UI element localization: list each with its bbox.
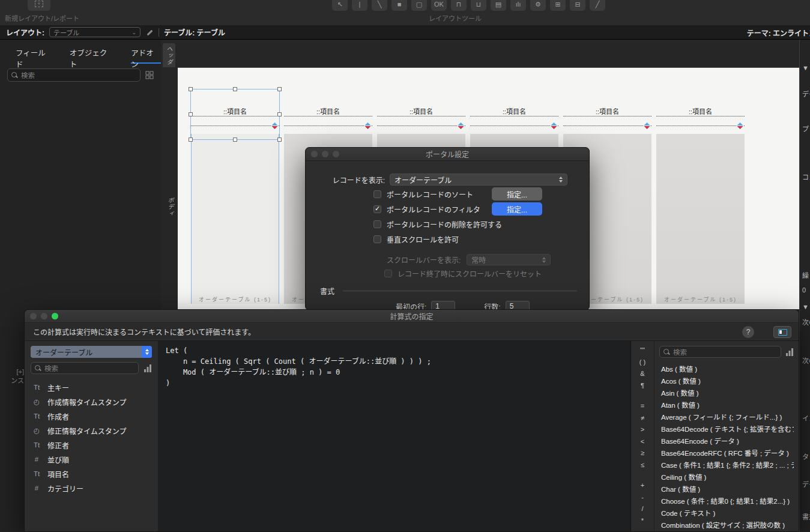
grid-view-icon[interactable] [145, 71, 154, 79]
checkbox[interactable] [373, 220, 381, 228]
formula-editor[interactable]: Let ( n = Ceiling ( Sqrt ( Count ( オーダーテ… [159, 341, 631, 531]
selection-handle[interactable] [233, 87, 237, 91]
portal-field-label[interactable]: ::項目名 [470, 106, 558, 116]
operator-button[interactable]: ¶ [631, 380, 654, 392]
sort-bars-icon[interactable] [144, 364, 152, 372]
layout-tool-icon[interactable]: ▢ [411, 0, 427, 11]
function-list-item[interactable]: Atan ( 数値 ) [659, 399, 794, 411]
operator-button[interactable]: > [631, 424, 654, 436]
function-list-item[interactable]: Case ( 条件1 ; 結果1 {; 条件2 ; 結果2 ; ... ; デ… [659, 459, 794, 471]
operator-button[interactable]: - [631, 492, 654, 504]
sort-indicator-icon[interactable] [364, 122, 371, 129]
portal-body[interactable]: オーダーテーブル (1-5) [191, 134, 279, 304]
layout-tool-icon[interactable]: ılı [510, 0, 526, 11]
minimize-button[interactable] [322, 151, 328, 157]
function-list-item[interactable]: Ceiling ( 数値 ) [659, 471, 794, 483]
selection-handle[interactable] [277, 87, 282, 91]
scrollbar-show-popup[interactable]: 常時 [467, 254, 551, 265]
layout-tool-icon[interactable]: ╲ [372, 0, 387, 11]
layout-tool-icon[interactable]: | [352, 0, 367, 11]
portal-field-label[interactable]: ::項目名 [377, 106, 465, 116]
specify-button[interactable]: 指定... [492, 187, 542, 201]
layout-tool-icon[interactable]: OK [431, 0, 447, 11]
selection-handle[interactable] [277, 112, 282, 116]
function-list-item[interactable]: Acos ( 数値 ) [659, 375, 794, 387]
layout-tool-icon[interactable]: ⊟ [570, 0, 585, 11]
operator-button[interactable]: < [631, 436, 654, 448]
checkbox[interactable] [373, 190, 381, 198]
operator-button[interactable]: + [631, 480, 654, 492]
portal-body[interactable]: オーダーテーブル (1-5) [656, 134, 745, 304]
layout-tool-icon[interactable]: ╱ [590, 0, 605, 11]
portal-column[interactable]: ::項目名 オーダーテーブル (1-5) [191, 89, 279, 304]
layout-tool-icon[interactable]: ▤ [491, 0, 506, 11]
selection-handle[interactable] [189, 112, 193, 116]
header-part-tab[interactable]: ヘッダ [163, 43, 175, 67]
operator-button[interactable]: ( ) [631, 357, 654, 369]
layout-tool-icon[interactable]: ■ [391, 0, 407, 11]
field-list-item[interactable]: # カテゴリー [31, 481, 152, 495]
checkbox[interactable] [373, 205, 381, 213]
function-list-item[interactable]: Abs ( 数値 ) [659, 363, 794, 375]
calc-dialog-titlebar[interactable]: 計算式の指定 [25, 310, 799, 323]
function-list-item[interactable]: Combination ( 設定サイズ ; 選択肢の数 ) [659, 519, 794, 531]
checkbox[interactable] [384, 270, 392, 277]
minimize-button[interactable] [41, 313, 47, 319]
zoom-button[interactable] [333, 151, 339, 157]
field-list-item[interactable]: ◴ 作成情報タイムスタンプ [31, 394, 152, 409]
function-list-item[interactable]: Asin ( 数値 ) [659, 387, 794, 399]
left-panel-tab[interactable]: アドオン [131, 47, 161, 64]
sort-bars-icon[interactable] [785, 348, 794, 356]
left-panel-tab[interactable]: オブジェクト [70, 47, 115, 64]
field-list-item[interactable]: Tt 項目名 [31, 467, 152, 481]
field-list-item[interactable]: Tt 主キー [31, 380, 152, 394]
function-list-item[interactable]: Average ( フィールド {; フィールド...} ) [659, 411, 794, 423]
selection-handle[interactable] [189, 87, 193, 91]
function-list-item[interactable]: Base64Decode ( テキスト {; 拡張子を含むフ… [659, 423, 794, 435]
layout-tool-icon[interactable]: ⊔ [471, 0, 486, 11]
field-list-item[interactable]: ◴ 修正情報タイムスタンプ [31, 423, 152, 438]
function-list-item[interactable]: Base64Encode ( データ ) [659, 435, 794, 447]
zoom-button[interactable] [52, 313, 58, 319]
function-list-item[interactable]: Code ( テキスト ) [659, 507, 794, 519]
sort-indicator-icon[interactable] [737, 122, 743, 129]
operator-button[interactable]: / [631, 503, 654, 515]
operator-button[interactable]: ≠ [631, 413, 654, 425]
function-list-item[interactable]: Base64EncodeRFC ( RFC 番号 ; データ ) [659, 447, 794, 459]
show-records-popup[interactable]: オーダーテーブル [390, 174, 567, 186]
function-list-item[interactable]: Char ( 数値 ) [659, 483, 794, 495]
layout-tool-icon[interactable]: ⊞ [550, 0, 566, 11]
layout-tool-icon[interactable]: ↖ [332, 0, 348, 11]
selection-frame[interactable] [190, 89, 280, 140]
operator-button[interactable]: "" [631, 345, 654, 357]
operator-button[interactable]: & [631, 368, 654, 380]
function-list-item[interactable]: Choose ( 条件 ; 結果0 {; 結果1 ; 結果2...} ) [659, 495, 794, 507]
panel-toggle-button[interactable] [773, 326, 791, 338]
table-selector[interactable]: オーダーテーブル [31, 346, 152, 358]
sort-indicator-icon[interactable] [458, 122, 464, 129]
field-list-item[interactable]: Tt 修正者 [31, 438, 152, 452]
operator-button[interactable]: = [631, 401, 654, 413]
function-search-input[interactable]: 検索 [659, 346, 781, 358]
portal-field-label[interactable]: ::項目名 [656, 106, 745, 116]
selection-handle[interactable] [233, 138, 237, 142]
portal-field-label[interactable]: ::項目名 [563, 106, 651, 116]
selection-handle[interactable] [189, 138, 193, 142]
portal-column[interactable]: ::項目名 オーダーテーブル (1-5) [656, 89, 745, 304]
field-search-input[interactable]: 検索 [31, 362, 139, 374]
formula-text[interactable]: Let ( n = Ceiling ( Sqrt ( Count ( オーダーテ… [159, 341, 630, 393]
close-button[interactable] [311, 151, 318, 157]
operator-button[interactable]: * [631, 515, 654, 527]
selection-handle[interactable] [277, 138, 282, 142]
checkbox[interactable] [373, 235, 381, 243]
field-list-item[interactable]: # 並び順 [31, 452, 152, 467]
help-button[interactable]: ? [742, 326, 754, 338]
new-layout-button[interactable]: + [28, 0, 50, 11]
operator-button[interactable]: ≥ [631, 447, 654, 459]
portal-field-label[interactable]: ::項目名 [284, 106, 372, 116]
specify-button[interactable]: 指定... [492, 202, 542, 216]
layout-tool-icon[interactable]: ⚙ [530, 0, 546, 11]
sort-indicator-icon[interactable] [644, 122, 650, 129]
left-panel-tab[interactable]: フィールド [16, 47, 53, 64]
field-list-item[interactable]: Tt 作成者 [31, 409, 152, 423]
